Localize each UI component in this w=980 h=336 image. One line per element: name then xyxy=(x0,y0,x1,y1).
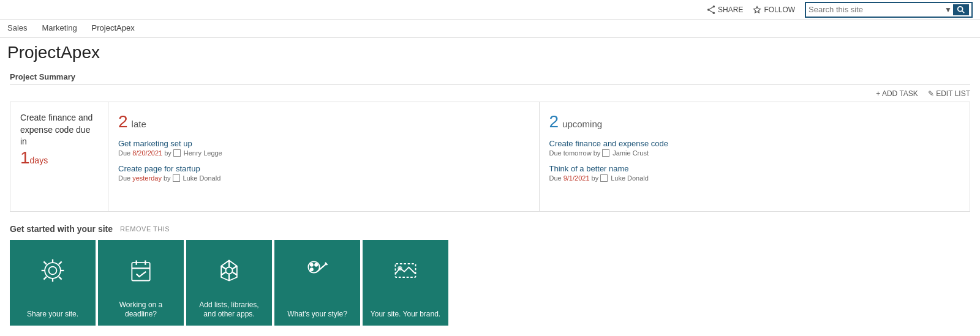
svg-line-14 xyxy=(43,261,47,264)
get-started-header: Get started with your site REMOVE THIS xyxy=(10,224,970,234)
late-task-1-due-date: 8/20/2021 xyxy=(132,149,162,157)
upcoming-column: 2 upcoming Create finance and expense co… xyxy=(540,102,970,211)
share-label: SHARE xyxy=(718,6,743,14)
follow-label: FOLLOW xyxy=(764,6,795,14)
svg-point-37 xyxy=(398,267,402,271)
late-task-2-person: Luke Donald xyxy=(183,174,221,182)
edit-list-link[interactable]: ✎ EDIT LIST xyxy=(928,89,970,98)
svg-line-28 xyxy=(233,266,237,269)
svg-point-6 xyxy=(958,6,963,11)
style-tile-icon xyxy=(304,257,331,288)
upcoming-task-2-name[interactable]: Think of a better name xyxy=(549,164,960,173)
add-task-link[interactable]: + ADD TASK xyxy=(876,89,918,98)
late-task-1-due-suffix: by xyxy=(164,149,172,157)
lists-tile-icon xyxy=(216,257,243,288)
search-input[interactable] xyxy=(809,5,943,14)
project-summary-section: Project Summary + ADD TASK ✎ EDIT LIST C… xyxy=(10,72,970,212)
deadline-tile-icon xyxy=(127,257,154,288)
tile-brand-label: Your site. Your brand. xyxy=(371,310,440,319)
nav-item-marketing[interactable]: Marketing xyxy=(42,23,77,37)
tile-share[interactable]: Share your site. xyxy=(10,240,96,326)
upcoming-task-1-person: Jamie Crust xyxy=(612,149,649,157)
tile-brand[interactable]: Your site. Your brand. xyxy=(363,240,448,326)
svg-line-26 xyxy=(221,266,225,269)
late-task-1-name[interactable]: Get marketing set up xyxy=(118,139,529,148)
upcoming-task-2: Think of a better name Due 9/1/2021 by L… xyxy=(549,164,960,182)
upcoming-task-2-meta: Due 9/1/2021 by Luke Donald xyxy=(549,174,960,182)
late-task-2-due-date: yesterday xyxy=(132,174,162,182)
late-task-2-person-icon xyxy=(173,174,180,182)
get-started-section: Get started with your site REMOVE THIS xyxy=(10,224,970,326)
upcoming-task-2-due-prefix: Due xyxy=(549,174,562,182)
tile-deadline[interactable]: Working on a deadline? xyxy=(98,240,184,326)
nav-item-projectapex[interactable]: ProjectApex xyxy=(92,23,135,37)
svg-point-34 xyxy=(315,264,317,266)
top-bar: SHARE FOLLOW ▼ xyxy=(0,0,980,20)
svg-line-4 xyxy=(709,10,714,13)
search-icon xyxy=(957,6,965,14)
upcoming-heading: 2 upcoming xyxy=(549,112,960,132)
page-title: ProjectApex xyxy=(7,43,973,62)
svg-point-9 xyxy=(49,267,57,275)
svg-point-23 xyxy=(226,267,233,274)
nav-item-sales[interactable]: Sales xyxy=(7,23,28,37)
highlight-days-container: 1days xyxy=(20,148,98,168)
share-tile-icon xyxy=(39,257,66,288)
get-started-title: Get started with your site xyxy=(10,224,113,234)
highlight-days-label: days xyxy=(30,155,48,165)
late-task-1-due-prefix: Due xyxy=(118,149,130,157)
svg-line-7 xyxy=(962,10,965,13)
tile-lists-label: Add lists, libraries, and other apps. xyxy=(192,301,266,319)
share-icon xyxy=(707,6,715,14)
tiles-container: Share your site. Working on a deadline? xyxy=(10,240,970,326)
tile-deadline-label: Working on a deadline? xyxy=(104,301,178,319)
brand-tile-icon xyxy=(392,257,419,288)
task-summary-body: Create finance and expense code due in 1… xyxy=(10,102,970,212)
svg-rect-18 xyxy=(132,263,149,280)
svg-point-8 xyxy=(45,263,61,278)
top-bar-actions: SHARE FOLLOW ▼ xyxy=(707,2,973,18)
upcoming-task-2-person: Luke Donald xyxy=(611,174,649,182)
svg-marker-5 xyxy=(754,6,761,12)
remove-this-link[interactable]: REMOVE THIS xyxy=(120,225,170,233)
upcoming-task-2-due-date: 9/1/2021 xyxy=(564,174,590,182)
svg-line-16 xyxy=(43,277,47,280)
search-submit-button[interactable] xyxy=(953,4,969,15)
svg-line-3 xyxy=(709,6,714,9)
svg-point-33 xyxy=(311,264,313,266)
late-label: late xyxy=(132,119,146,129)
search-dropdown-button[interactable]: ▼ xyxy=(943,6,953,14)
svg-line-17 xyxy=(59,277,62,280)
task-summary-header: + ADD TASK ✎ EDIT LIST xyxy=(10,89,970,98)
upcoming-count: 2 xyxy=(549,112,559,132)
upcoming-task-1-name[interactable]: Create finance and expense code xyxy=(549,139,960,148)
late-task-1-person-icon xyxy=(173,149,181,157)
late-heading: 2 late xyxy=(118,112,529,132)
page-header: ProjectApex xyxy=(0,38,980,65)
upcoming-task-1: Create finance and expense code Due tomo… xyxy=(549,139,960,157)
svg-line-15 xyxy=(59,261,62,264)
share-action[interactable]: SHARE xyxy=(707,6,743,14)
section-title: Project Summary xyxy=(10,72,970,84)
follow-action[interactable]: FOLLOW xyxy=(753,6,795,14)
upcoming-task-1-person-icon xyxy=(602,149,609,157)
late-task-2-due-prefix: Due xyxy=(118,174,130,182)
nav-bar: Sales Marketing ProjectApex xyxy=(0,20,980,38)
upcoming-label: upcoming xyxy=(562,119,602,129)
svg-line-27 xyxy=(233,272,237,275)
late-count: 2 xyxy=(118,112,128,132)
highlight-text: Create finance and expense code due in xyxy=(20,112,98,148)
late-column: 2 late Get marketing set up Due 8/20/202… xyxy=(108,102,540,211)
follow-icon xyxy=(753,6,761,14)
upcoming-task-2-person-icon xyxy=(600,174,608,182)
main-content: Project Summary + ADD TASK ✎ EDIT LIST C… xyxy=(0,65,980,333)
late-task-2-name[interactable]: Create page for startup xyxy=(118,164,529,173)
tile-share-label: Share your site. xyxy=(27,310,78,319)
upcoming-task-1-due-prefix: Due tomorrow by xyxy=(549,149,601,157)
late-task-2-meta: Due yesterday by Luke Donald xyxy=(118,174,529,182)
tile-style[interactable]: What's your style? xyxy=(274,240,360,326)
late-task-1-meta: Due 8/20/2021 by Henry Legge xyxy=(118,149,529,157)
search-box[interactable]: ▼ xyxy=(805,2,973,18)
late-task-1: Get marketing set up Due 8/20/2021 by He… xyxy=(118,139,529,157)
tile-lists[interactable]: Add lists, libraries, and other apps. xyxy=(186,240,272,326)
